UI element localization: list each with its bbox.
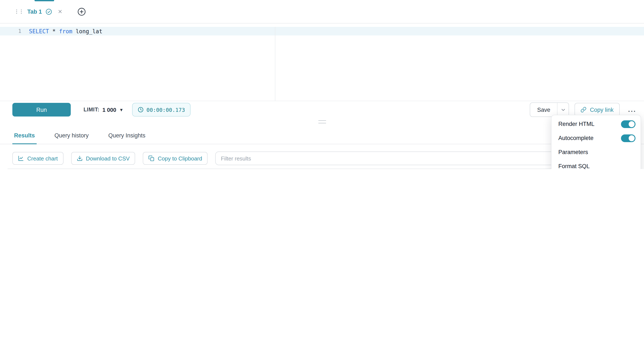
editor-toolbar: Run LIMIT: 1 000 ▼ 00:00:00.173 Save Cop… xyxy=(0,101,644,118)
menu-item-label: Autocomplete xyxy=(558,135,594,141)
download-csv-label: Download to CSV xyxy=(86,155,130,161)
more-options-button[interactable]: ... xyxy=(626,105,638,114)
options-menu: Render HTML Autocomplete Parameters Form… xyxy=(551,115,641,169)
pane-splitter[interactable] xyxy=(0,118,644,125)
menu-item-render-html[interactable]: Render HTML xyxy=(552,117,640,131)
menu-item-label: Format SQL xyxy=(558,163,590,169)
limit-value: 1 000 xyxy=(102,106,116,113)
sql-editor[interactable]: 1 SELECT * from long_lat xyxy=(0,27,644,101)
add-tab-button[interactable] xyxy=(77,7,86,16)
chevron-down-icon: ▼ xyxy=(119,107,124,112)
limit-dropdown[interactable]: LIMIT: 1 000 ▼ xyxy=(84,106,124,113)
active-tab-indicator xyxy=(34,0,54,1)
sql-keyword: SELECT xyxy=(29,28,49,34)
tab-results[interactable]: Results xyxy=(12,132,37,144)
download-csv-button[interactable]: Download to CSV xyxy=(71,152,135,165)
render-html-toggle[interactable] xyxy=(621,120,636,128)
query-timer-chip: 00:00:00.173 xyxy=(132,103,190,116)
copy-link-button[interactable]: Copy link xyxy=(574,103,620,116)
create-chart-button[interactable]: Create chart xyxy=(12,152,63,165)
tab-label: Tab 1 xyxy=(27,8,42,15)
link-icon xyxy=(580,107,586,113)
copy-to-clipboard-button[interactable]: Copy to Clipboard xyxy=(143,152,208,165)
chart-icon xyxy=(18,155,24,161)
results-actions: Create chart Download to CSV Copy to Cli… xyxy=(12,151,638,165)
editor-code-line: SELECT * from long_lat xyxy=(29,28,102,34)
run-query-button[interactable]: Run xyxy=(12,103,71,116)
limit-label: LIMIT: xyxy=(84,107,99,113)
save-options-button[interactable] xyxy=(557,103,568,116)
copy-to-clipboard-label: Copy to Clipboard xyxy=(158,155,202,161)
timer-value: 00:00:00.173 xyxy=(146,106,185,113)
editor-tabbar: ⋮⋮ Tab 1 xyxy=(0,0,644,24)
drag-handle-icon[interactable]: ⋮⋮ xyxy=(14,9,24,15)
executed-query-display: SELECT * from long_lat xyxy=(6,168,638,169)
copy-link-label: Copy link xyxy=(590,106,614,113)
sql-identifier: long_lat xyxy=(72,28,102,34)
tab-query-history[interactable]: Query history xyxy=(53,132,90,144)
menu-item-autocomplete[interactable]: Autocomplete xyxy=(552,131,640,145)
save-button[interactable]: Save xyxy=(530,103,557,116)
sql-client-app: ⋮⋮ Tab 1 1 SELECT * from long_lat Run LI… xyxy=(0,0,644,169)
menu-item-format-sql[interactable]: Format SQL xyxy=(552,159,640,169)
splitter-handle-icon[interactable] xyxy=(318,120,326,123)
menu-item-label: Parameters xyxy=(558,149,588,155)
download-icon xyxy=(76,155,82,161)
line-number: 1 xyxy=(0,28,24,34)
autocomplete-toggle[interactable] xyxy=(621,134,636,142)
copy-icon xyxy=(148,155,154,161)
tab-1[interactable]: ⋮⋮ Tab 1 xyxy=(12,0,64,23)
menu-item-parameters[interactable]: Parameters xyxy=(552,145,640,159)
sql-keyword: from xyxy=(59,28,72,34)
check-circle-icon xyxy=(46,8,52,15)
editor-active-line[interactable]: 1 SELECT * from long_lat xyxy=(0,27,644,35)
clock-icon xyxy=(138,107,144,113)
sql-operator: * xyxy=(49,28,59,34)
create-chart-label: Create chart xyxy=(27,155,58,161)
tab-query-insights[interactable]: Query Insights xyxy=(106,132,147,144)
editor-pane-divider xyxy=(275,27,275,101)
close-tab-icon[interactable] xyxy=(58,9,63,14)
results-tabbar: Results Query history Query Insights xyxy=(0,125,644,144)
menu-item-label: Render HTML xyxy=(558,121,594,127)
